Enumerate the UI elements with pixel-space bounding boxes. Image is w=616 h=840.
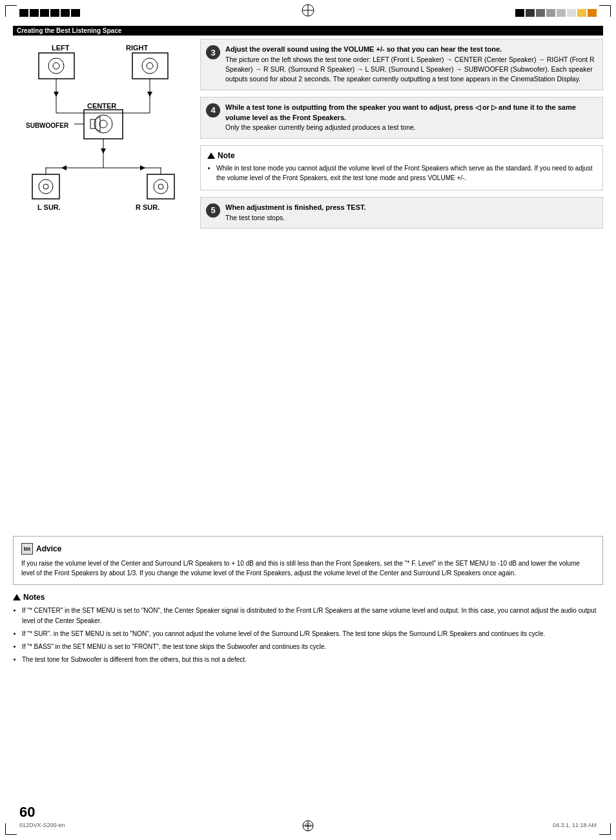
svg-point-35 — [39, 179, 53, 194]
bottom-crosshair-icon — [302, 819, 314, 834]
note-triangle-icon — [207, 152, 215, 159]
svg-rect-37 — [147, 174, 174, 199]
svg-text:LEFT: LEFT — [52, 44, 70, 52]
corner-mark-br — [599, 823, 611, 835]
notes-list: If "* CENTER" in the SET MENU is set to … — [13, 606, 603, 665]
notes-item-2: If "* SUR". in the SET MENU is set to "N… — [22, 629, 603, 639]
corner-mark-bl — [5, 823, 17, 835]
svg-marker-44 — [54, 92, 59, 97]
svg-rect-6 — [599, 834, 611, 835]
notes-item-4: The test tone for Subwoofer is different… — [22, 655, 603, 665]
svg-point-14 — [48, 58, 64, 74]
advice-icon: Im — [21, 543, 33, 555]
corner-mark-tr — [599, 5, 611, 17]
svg-rect-23 — [84, 110, 123, 139]
note-label: Note — [218, 151, 235, 160]
top-right-bars — [515, 9, 597, 17]
svg-point-17 — [142, 58, 158, 74]
header-strip: Creating the Best Listening Space — [13, 26, 603, 36]
svg-point-15 — [53, 63, 59, 69]
svg-rect-2 — [599, 5, 611, 6]
step-3-body: The picture on the left shows the test t… — [225, 56, 595, 83]
corner-mark-tl — [5, 5, 17, 17]
note-box: Note While in test tone mode you cannot … — [200, 145, 603, 190]
step-5-body: The test tone stops. — [225, 214, 285, 221]
notes-item-3: If "* BASS" in the SET MENU is set to "F… — [22, 642, 603, 652]
svg-marker-47 — [61, 165, 67, 170]
svg-rect-16 — [132, 53, 168, 79]
advice-text: If you raise the volume level of the Cen… — [21, 558, 595, 578]
step-4-body: Only the speaker currently being adjuste… — [225, 123, 416, 131]
right-instructions: 3 Adjust the overall sound using the VOL… — [200, 39, 603, 235]
svg-point-36 — [43, 184, 48, 189]
step-5-content: When adjustment is finished, press TEST.… — [225, 203, 597, 223]
notes-header: Notes — [13, 593, 603, 602]
center-crosshair-icon — [301, 3, 315, 19]
top-left-bars — [19, 9, 80, 17]
step-4-box: 4 While a test tone is outputting from t… — [200, 97, 603, 139]
svg-marker-48 — [140, 165, 145, 170]
step-5-number: 5 — [206, 203, 220, 218]
notes-item-1: If "* CENTER" in the SET MENU is set to … — [22, 606, 603, 626]
svg-text:RIGHT: RIGHT — [126, 44, 149, 52]
svg-point-25 — [99, 120, 107, 128]
step-4-heading: While a test tone is outputting from the… — [225, 103, 576, 121]
svg-text:CENTER: CENTER — [87, 102, 116, 110]
notes-section: Notes If "* CENTER" in the SET MENU is s… — [13, 593, 603, 665]
svg-rect-1 — [5, 5, 6, 17]
advice-box: Im Advice If you raise the volume level … — [13, 536, 603, 585]
svg-rect-5 — [5, 823, 6, 835]
svg-point-24 — [94, 115, 112, 133]
page-number: 60 — [19, 804, 35, 821]
svg-point-38 — [154, 179, 168, 194]
svg-rect-4 — [5, 834, 17, 835]
svg-rect-3 — [610, 5, 611, 17]
speaker-diagram: LEFT RIGHT CENTER — [13, 39, 194, 213]
svg-marker-46 — [101, 149, 106, 154]
footer-right: 04.3.1, 11:18 AM — [553, 822, 597, 828]
notes-triangle-icon — [13, 594, 21, 600]
svg-text:R SUR.: R SUR. — [136, 203, 159, 211]
svg-point-18 — [147, 63, 153, 69]
svg-rect-34 — [32, 174, 59, 199]
step-3-heading: Adjust the overall sound using the VOLUM… — [225, 45, 502, 53]
step-5-heading: When adjustment is finished, press TEST. — [225, 203, 366, 211]
note-list: While in test tone mode you cannot adjus… — [207, 163, 596, 183]
svg-text:SUBWOOFER: SUBWOOFER — [26, 122, 69, 129]
step-5-box: 5 When adjustment is finished, press TES… — [200, 197, 603, 229]
step-3-box: 3 Adjust the overall sound using the VOL… — [200, 39, 603, 90]
step-3-number: 3 — [206, 45, 220, 59]
advice-header: Im Advice — [21, 543, 595, 555]
notes-label: Notes — [23, 593, 45, 602]
note-header: Note — [207, 151, 596, 160]
svg-text:L SUR.: L SUR. — [37, 203, 61, 211]
footer-left: 012DVX-S200-en — [19, 822, 65, 828]
header-title: Creating the Best Listening Space — [17, 27, 121, 34]
svg-rect-0 — [5, 5, 17, 6]
bottom-section: Im Advice If you raise the volume level … — [13, 536, 603, 668]
step-4-number: 4 — [206, 103, 220, 118]
step-3-content: Adjust the overall sound using the VOLUM… — [225, 45, 597, 85]
advice-label: Advice — [36, 544, 61, 553]
step-4-content: While a test tone is outputting from the… — [225, 103, 597, 133]
note-item-1: While in test tone mode you cannot adjus… — [216, 163, 596, 183]
svg-rect-7 — [610, 823, 611, 835]
svg-marker-45 — [147, 92, 152, 97]
svg-point-39 — [158, 184, 163, 189]
svg-rect-13 — [39, 53, 74, 79]
